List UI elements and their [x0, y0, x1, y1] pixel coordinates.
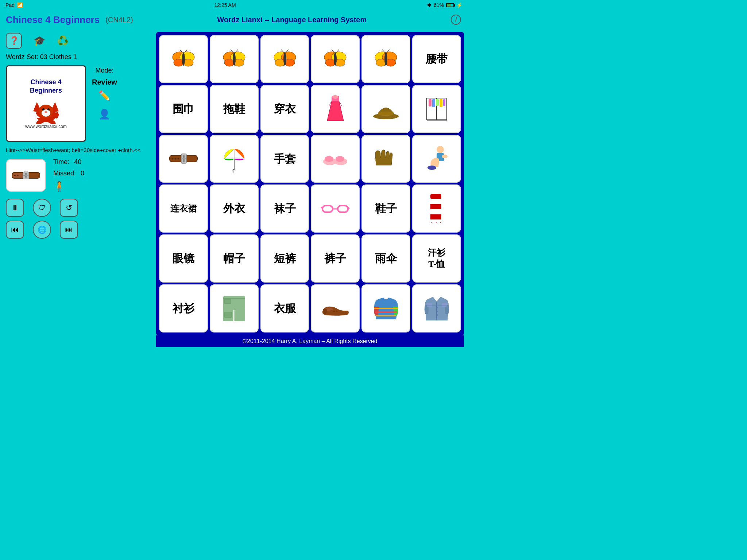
grid-cell-butterfly-2[interactable] — [210, 35, 259, 83]
time-stat: Time: 40 — [53, 158, 84, 166]
svg-rect-97 — [430, 214, 441, 219]
grid-cell-gloves[interactable] — [361, 135, 410, 183]
header-center-title: Wordz Lianxi -- Language Learning System — [133, 16, 451, 24]
svg-rect-88 — [338, 206, 348, 212]
grid-cell-hat[interactable] — [361, 85, 410, 133]
clothes-rack-img — [423, 96, 450, 122]
grid-cell-duankuo[interactable]: 短裤 — [260, 234, 309, 283]
grid-cell-butterfly-1[interactable] — [159, 35, 208, 83]
person-outline-icon[interactable]: 🧍 — [53, 181, 84, 192]
right-panel: 腰带 围巾 拖鞋 穿衣 — [153, 29, 467, 350]
ipad-label: iPad — [4, 2, 15, 8]
svg-rect-109 — [224, 312, 232, 318]
logo-url: www.wordzlianxi.com — [25, 124, 67, 129]
prev-button[interactable]: ⏮ — [6, 221, 24, 239]
svg-rect-106 — [235, 308, 245, 321]
svg-rect-95 — [430, 204, 441, 209]
dress-img — [324, 95, 347, 122]
chuanyi-text: 穿衣 — [274, 102, 296, 116]
svg-point-120 — [436, 311, 438, 312]
globe-button[interactable]: 🌐 — [33, 221, 51, 239]
yaodai-text: 腰带 — [426, 52, 448, 66]
logo-title: Chinese 4Beginners — [30, 78, 62, 95]
grid-cell-glasses-pink[interactable] — [311, 184, 360, 233]
svg-point-121 — [436, 314, 438, 316]
missed-stat: Missed: 0 — [53, 170, 84, 177]
grid-cell-butterfly-3[interactable] — [260, 35, 309, 83]
slippers-img — [322, 149, 349, 169]
battery-icon — [446, 3, 454, 7]
shield-button[interactable]: 🛡 — [33, 199, 51, 217]
grid-cell-shoes[interactable] — [311, 284, 360, 332]
svg-point-81 — [336, 156, 344, 162]
time-value: 40 — [74, 158, 81, 166]
grid-cell-clothes-rack[interactable] — [412, 85, 461, 133]
grid-cell-butterfly-5[interactable] — [361, 35, 410, 83]
svg-rect-67 — [443, 99, 445, 106]
graduation-icon[interactable]: 🎓 — [34, 35, 45, 47]
jacket-img — [423, 295, 450, 322]
svg-point-6 — [47, 108, 50, 110]
grid-cell-chenshan[interactable]: 衬衫 — [159, 284, 208, 332]
recycle-icon[interactable]: ♻️ — [57, 35, 69, 47]
person-icon[interactable]: 👤 — [98, 109, 110, 120]
person-shoe-img — [424, 145, 449, 172]
svg-rect-93 — [430, 194, 441, 199]
svg-rect-12 — [23, 175, 29, 176]
next-button[interactable]: ⏭ — [60, 221, 78, 239]
svg-rect-65 — [436, 99, 439, 106]
mode-side: Mode: Review ✏️ 👤 — [92, 65, 117, 120]
grid-cell-shorts[interactable] — [210, 284, 259, 332]
bluetooth-icon: ✱ — [427, 2, 431, 8]
svg-point-19 — [182, 52, 185, 66]
grid-cell-yifu[interactable]: 衣服 — [260, 284, 309, 332]
grid-cell-slippers[interactable] — [311, 135, 360, 183]
grid-cell-waiyi[interactable]: 外衣 — [210, 184, 259, 233]
grid-cell-wazi[interactable]: 袜子 — [260, 184, 309, 233]
grid-cell-chuanyi[interactable]: 穿衣 — [260, 85, 309, 133]
status-right: ✱ 61% ⚡ — [427, 2, 462, 8]
shoutao-text: 手套 — [274, 152, 296, 166]
grid-cell-yanjing[interactable]: 眼镜 — [159, 234, 208, 283]
grid-cell-shoutao[interactable]: 手套 — [260, 135, 309, 183]
grid-cell-jacket[interactable] — [412, 284, 461, 332]
grid-cell-butterfly-4[interactable] — [311, 35, 360, 83]
grid-cell-hanshan[interactable]: 汗衫T-恤 — [412, 234, 461, 283]
svg-rect-96 — [430, 209, 441, 214]
svg-point-84 — [427, 166, 436, 170]
main-layout: ❓ 🎓 ♻️ Wordz Set: 03 Clothes 1 Chinese 4… — [0, 29, 467, 350]
yusan-text: 雨伞 — [375, 252, 397, 265]
grid-cell-dress[interactable] — [311, 85, 360, 133]
wordz-set-label: Wordz Set: 03 Clothes 1 — [6, 53, 147, 61]
help-button[interactable]: ❓ — [6, 33, 22, 49]
info-button[interactable]: i — [451, 15, 461, 25]
tuoxie-text: 拖鞋 — [223, 102, 245, 116]
svg-rect-63 — [429, 99, 431, 106]
mode-value: Review — [92, 78, 117, 86]
grid-cell-kuzi[interactable]: 裤子 — [311, 234, 360, 283]
grid-cell-yaodai[interactable]: 腰带 — [412, 35, 461, 83]
grid-cell-tuoxie[interactable]: 拖鞋 — [210, 85, 259, 133]
grid-cell-belt[interactable] — [159, 135, 208, 183]
grid-cell-lianyiqun[interactable]: 连衣裙 — [159, 184, 208, 233]
pencil-icon[interactable]: ✏️ — [98, 90, 110, 101]
time-label: Time: — [53, 158, 69, 166]
butterfly-img-3 — [272, 48, 298, 70]
svg-rect-74 — [181, 158, 186, 159]
refresh-button[interactable]: ↺ — [60, 199, 78, 217]
grid-cell-yusan[interactable]: 雨伞 — [361, 234, 410, 283]
time-display: 12:25 AM — [214, 2, 236, 8]
charging-icon: ⚡ — [456, 2, 462, 8]
pause-button[interactable]: ⏸ — [6, 199, 24, 217]
grid-cell-umbrella[interactable] — [210, 135, 259, 183]
kuzi-text: 裤子 — [324, 252, 346, 265]
shoes-img — [321, 299, 350, 319]
butterfly-img-2 — [221, 48, 247, 70]
svg-point-71 — [177, 158, 179, 159]
grid-cell-weijin[interactable]: 围巾 — [159, 85, 208, 133]
grid-cell-sweater[interactable] — [361, 284, 410, 332]
grid-cell-xiezi[interactable]: 鞋子 — [361, 184, 410, 233]
grid-cell-person-shoe[interactable] — [412, 135, 461, 183]
grid-cell-maozi[interactable]: 帽子 — [210, 234, 259, 283]
grid-cell-scarf[interactable] — [412, 184, 461, 233]
